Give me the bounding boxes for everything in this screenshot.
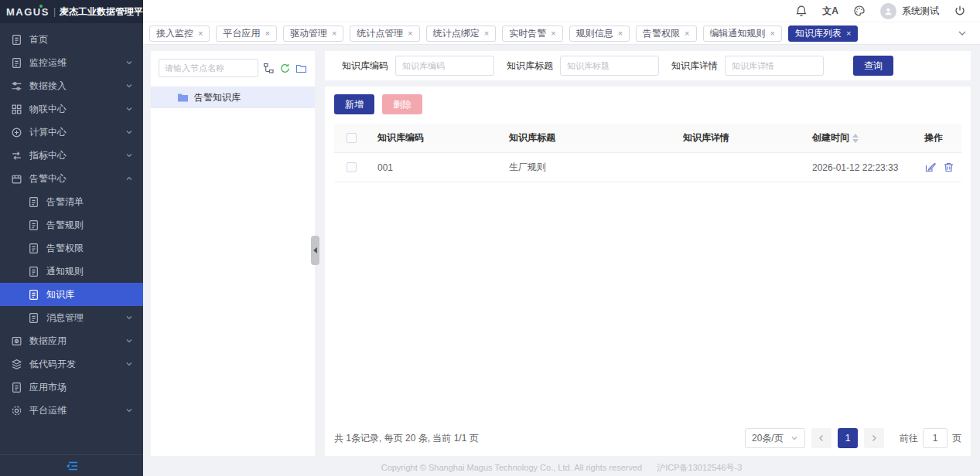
pagination-bar: 共 1条记录, 每页 20 条, 当前 1/1 页 20条/页 1 前往 页 xyxy=(334,428,961,448)
sidebar-item-label: 告警中心 xyxy=(29,172,67,185)
sidebar-item-alarm-list[interactable]: 告警清单 xyxy=(0,190,143,213)
sidebar-item-label: 告警规则 xyxy=(46,219,84,232)
user-menu[interactable]: 系统测试 xyxy=(880,3,939,19)
close-icon[interactable]: × xyxy=(551,29,555,38)
tree-panel: 告警知识库 xyxy=(151,51,315,456)
goto-suffix: 页 xyxy=(952,432,961,445)
sidebar-menu: 首页 监控运维 数据接入 物联中心 计算中心 指标中心 xyxy=(0,23,143,422)
sidebar-item-notify-rules[interactable]: 通知规则 xyxy=(0,260,143,283)
filter-label: 知识库编码 xyxy=(342,60,388,73)
username: 系统测试 xyxy=(902,5,939,18)
sidebar-item-knowledge-base[interactable]: 知识库 xyxy=(0,283,143,306)
close-icon[interactable]: × xyxy=(770,29,775,38)
copyright-text: Copyright © Shanghai Magus Technology Co… xyxy=(381,463,642,472)
tab-label: 实时告警 xyxy=(509,27,546,40)
edit-icon[interactable] xyxy=(924,162,936,173)
sidebar-item-alarm-center[interactable]: 告警中心 xyxy=(0,167,143,190)
tab-knowledge-list[interactable]: 知识库列表× xyxy=(788,26,858,42)
query-button[interactable]: 查询 xyxy=(853,56,893,76)
sidebar-item-data-access[interactable]: 数据接入 xyxy=(0,74,143,97)
document-icon xyxy=(11,57,22,69)
tab-alarm-permission[interactable]: 告警权限× xyxy=(636,26,696,42)
tab-stat-point-bind[interactable]: 统计点绑定× xyxy=(426,26,496,42)
kb-detail-input[interactable] xyxy=(725,56,824,76)
close-icon[interactable]: × xyxy=(618,29,623,38)
tree-node-label: 告警知识库 xyxy=(194,91,241,104)
sidebar-item-iot-center[interactable]: 物联中心 xyxy=(0,97,143,121)
filter-label: 知识库详情 xyxy=(671,60,718,73)
table-row[interactable]: 001 生厂规则 2026-01-12 22:23:33 xyxy=(334,153,961,182)
document-icon xyxy=(28,243,39,254)
page-number-1[interactable]: 1 xyxy=(838,428,858,448)
tab-edit-notify-rule[interactable]: 编辑通知规则× xyxy=(703,26,782,42)
power-icon[interactable] xyxy=(954,5,966,17)
goto-page-input[interactable] xyxy=(923,428,948,448)
filter-group-detail: 知识库详情 xyxy=(671,56,824,76)
node-search-input[interactable] xyxy=(159,59,258,77)
chevron-down-icon xyxy=(125,336,134,345)
close-icon[interactable]: × xyxy=(685,29,689,38)
header-created-label: 创建时间 xyxy=(812,131,849,144)
sidebar-item-lowcode-dev[interactable]: 低代码开发 xyxy=(0,352,143,376)
tab-label: 编辑通知规则 xyxy=(710,27,766,40)
kb-code-input[interactable] xyxy=(395,56,494,76)
refresh-icon[interactable] xyxy=(279,63,291,74)
sidebar-item-label: 物联中心 xyxy=(29,103,67,116)
page-size-select[interactable]: 20条/页 xyxy=(745,428,805,448)
prev-page-button[interactable] xyxy=(811,428,831,448)
close-icon[interactable]: × xyxy=(198,29,203,38)
add-button[interactable]: 新增 xyxy=(334,94,374,114)
logo-separator: | xyxy=(53,6,56,17)
sidebar-item-data-apps[interactable]: 数据应用 xyxy=(0,329,143,352)
circle-plus-icon xyxy=(11,127,22,138)
node-tree-icon[interactable] xyxy=(263,63,275,74)
close-icon[interactable]: × xyxy=(265,29,269,38)
theme-palette-icon[interactable] xyxy=(853,5,866,17)
header-title: 知识库标题 xyxy=(500,131,674,144)
close-icon[interactable]: × xyxy=(332,29,336,38)
select-all-checkbox[interactable] xyxy=(347,133,357,143)
next-page-button[interactable] xyxy=(864,428,884,448)
tabs-chevron-down-icon[interactable] xyxy=(957,28,968,39)
sidebar-item-metric-center[interactable]: 指标中心 xyxy=(0,144,143,167)
sidebar-collapse-icon[interactable] xyxy=(65,461,79,471)
sidebar-item-label: 告警清单 xyxy=(46,196,84,209)
chevron-down-icon xyxy=(125,58,134,67)
panel-collapse-handle[interactable] xyxy=(311,236,319,265)
sidebar-item-app-market[interactable]: 应用市场 xyxy=(0,376,143,399)
tab-stat-point-mgmt[interactable]: 统计点管理× xyxy=(350,26,419,42)
header-checkbox-cell xyxy=(334,133,368,143)
tab-rule-info[interactable]: 规则信息× xyxy=(569,26,630,42)
tab-access-monitor[interactable]: 接入监控× xyxy=(149,26,210,42)
kb-title-input[interactable] xyxy=(560,56,659,76)
tab-driver-mgmt[interactable]: 驱动管理× xyxy=(283,26,343,42)
layers-icon xyxy=(11,359,22,370)
folder-icon[interactable] xyxy=(295,63,307,74)
sidebar-item-compute-center[interactable]: 计算中心 xyxy=(0,121,143,144)
sidebar-item-alarm-permissions[interactable]: 告警权限 xyxy=(0,236,143,260)
icp-number: 沪ICP备13012546号-3 xyxy=(657,463,742,472)
filter-group-code: 知识库编码 xyxy=(342,56,494,76)
close-icon[interactable]: × xyxy=(484,29,489,38)
tab-realtime-alarm[interactable]: 实时告警× xyxy=(502,26,562,42)
sidebar-item-alarm-rules[interactable]: 告警规则 xyxy=(0,213,143,236)
sidebar-item-platform-ops[interactable]: 平台运维 xyxy=(0,399,143,422)
sidebar-item-home[interactable]: 首页 xyxy=(0,28,143,51)
tree-node-alarm-kb[interactable]: 告警知识库 xyxy=(151,87,315,108)
tree-toolbar xyxy=(159,59,307,77)
translate-icon[interactable]: 文A xyxy=(822,5,838,18)
header-created: 创建时间 xyxy=(803,131,915,144)
trash-icon[interactable] xyxy=(943,162,954,173)
sidebar-item-message-mgmt[interactable]: 消息管理 xyxy=(0,306,143,329)
tab-platform-apps[interactable]: 平台应用× xyxy=(216,26,276,42)
close-icon[interactable]: × xyxy=(846,29,851,38)
sort-icon[interactable] xyxy=(852,134,859,143)
folder-filled-icon xyxy=(177,93,189,103)
triangle-left-icon xyxy=(313,247,317,253)
close-icon[interactable]: × xyxy=(408,29,412,38)
delete-button[interactable]: 删除 xyxy=(382,94,422,114)
row-checkbox[interactable] xyxy=(347,162,357,172)
document-icon xyxy=(11,34,22,46)
sidebar-item-monitor-ops[interactable]: 监控运维 xyxy=(0,51,143,74)
bell-icon[interactable] xyxy=(795,5,808,17)
